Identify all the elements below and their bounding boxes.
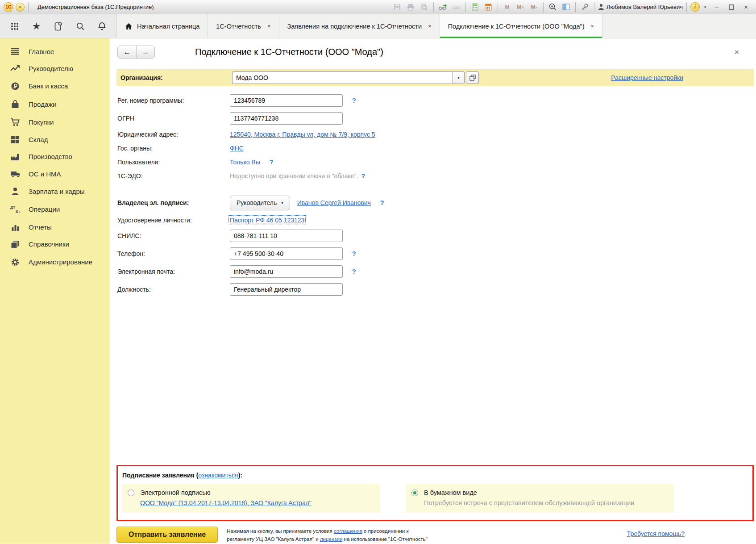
window-titlebar: 1С ▾ Демонстрационная база (1С:Предприят…	[0, 0, 756, 14]
tab-home[interactable]: Начальная страница	[117, 14, 208, 38]
sidebar-item-administration[interactable]: Администрирование	[0, 253, 109, 271]
tab-close-icon[interactable]: ×	[428, 23, 432, 29]
sidebar-item-fixed-assets[interactable]: ОС и НМА	[0, 165, 109, 182]
owner-name-link[interactable]: Иванов Сергей Иванович	[297, 199, 371, 206]
option-paper-form[interactable]: В бумажном виде Потребуется встреча с пр…	[406, 484, 674, 513]
memory-add-button[interactable]: M+	[515, 2, 526, 12]
tab-close-icon[interactable]: ×	[267, 23, 271, 29]
forward-button[interactable]: →	[136, 46, 154, 58]
sidebar-item-label: Банк и касса	[29, 82, 68, 90]
field-label: Телефон:	[117, 250, 230, 257]
certificate-link[interactable]: ООО "Мода" (13.04.2017-13.04.2018), ЗАО …	[140, 499, 312, 506]
sidebar-item-directories[interactable]: Справочники	[0, 235, 109, 253]
radio-paper-form[interactable]	[411, 490, 418, 496]
radio-electronic-signature[interactable]	[128, 490, 134, 496]
field-row-email: Электронная почта: ?	[117, 263, 756, 280]
tab-label: Заявления на подключение к 1С-Отчетности	[287, 23, 422, 30]
tab-1c-reporting[interactable]: 1С-Отчетность ×	[208, 14, 279, 38]
organization-open-button[interactable]	[466, 71, 479, 84]
help-link[interactable]: ?	[352, 97, 356, 104]
history-button[interactable]	[47, 14, 69, 38]
tab-label: Подключение к 1С-Отчетности (ООО "Мода")	[448, 23, 585, 30]
calculator-button[interactable]	[469, 2, 481, 12]
favorites-button[interactable]: ★	[25, 14, 47, 38]
printer-icon	[407, 3, 415, 11]
memory-store-button[interactable]: M	[502, 2, 513, 12]
page-title: Подключение к 1С-Отчетности (ООО "Мода")	[195, 47, 383, 57]
advanced-settings-link[interactable]: Расширенные настройки	[611, 74, 683, 81]
truck-icon	[10, 170, 21, 178]
gov-bodies-link[interactable]: ФНС	[230, 145, 244, 152]
legal-address-link[interactable]: 125040, Москва г, Правды ул, дом № 7/9, …	[230, 131, 375, 138]
owner-role-dropdown[interactable]: Руководитель ▾	[230, 196, 290, 210]
signing-options: Электронной подписью ООО "Мода" (13.04.2…	[122, 484, 747, 513]
close-window-button[interactable]: ×	[740, 2, 752, 12]
get-link-button[interactable]	[437, 2, 449, 12]
sidebar-item-label: Операции	[29, 205, 60, 213]
license-link[interactable]: лицензии	[320, 536, 342, 542]
field-row-gov-bodies: Гос. органы: ФНС	[117, 141, 756, 155]
notifications-button[interactable]	[91, 14, 113, 38]
help-link[interactable]: ?	[380, 199, 384, 206]
identity-document-link[interactable]: Паспорт РФ 46 05 123123	[230, 217, 304, 224]
split-window-button[interactable]	[561, 2, 572, 12]
settings-button[interactable]	[579, 2, 590, 12]
current-user[interactable]: Любимов Валерий Юрьевич	[598, 4, 683, 10]
help-link[interactable]: ?	[352, 250, 356, 257]
help-link[interactable]: ?	[270, 159, 274, 166]
sidebar-item-label: Продажи	[29, 100, 57, 108]
print-preview-button[interactable]	[419, 2, 430, 12]
option-electronic-signature[interactable]: Электронной подписью ООО "Мода" (13.04.2…	[122, 484, 380, 513]
help-link[interactable]: ?	[352, 268, 356, 275]
field-label: Гос. органы:	[117, 145, 230, 152]
caret-down-icon: ▾	[281, 201, 283, 205]
calendar-button[interactable]: 31	[483, 2, 494, 12]
info-menu-button[interactable]: ▾	[702, 2, 708, 12]
go-to-link-button[interactable]	[451, 2, 462, 12]
sidebar-item-bank[interactable]: Банк и касса	[0, 77, 109, 95]
open-form-icon	[469, 75, 476, 81]
tab-applications[interactable]: Заявления на подключение к 1С-Отчетности…	[279, 14, 440, 38]
review-link[interactable]: ознакомиться	[198, 472, 238, 479]
users-link[interactable]: Только Вы	[230, 159, 260, 166]
memory-m-label: M	[505, 4, 509, 10]
position-input[interactable]	[230, 283, 343, 296]
snils-input[interactable]	[230, 230, 343, 242]
maximize-button[interactable]	[725, 2, 738, 12]
memory-subtract-button[interactable]: M-	[528, 2, 540, 12]
sidebar-item-reports[interactable]: Отчеты	[0, 218, 109, 235]
back-button[interactable]: ←	[118, 46, 136, 58]
sidebar-item-operations[interactable]: ДтКт Операции	[0, 200, 109, 218]
sidebar-item-production[interactable]: Производство	[0, 148, 109, 165]
ogrn-input[interactable]	[230, 112, 343, 125]
sidebar-item-salary-hr[interactable]: Зарплата и кадры	[0, 182, 109, 200]
main-menu-button[interactable]: ▾	[16, 3, 25, 12]
help-link[interactable]: ?	[361, 172, 366, 180]
service-menu-button[interactable]	[4, 14, 25, 38]
save-button[interactable]	[392, 2, 403, 12]
field-row-snils: СНИЛС:	[117, 227, 756, 245]
sidebar-item-main[interactable]: Главное	[0, 43, 109, 60]
info-button[interactable]: i	[690, 2, 700, 12]
organization-input[interactable]	[232, 71, 453, 84]
sidebar-item-warehouse[interactable]: Склад	[0, 131, 109, 148]
form-close-button[interactable]: ×	[734, 47, 739, 57]
agreement-link[interactable]: соглашения	[334, 528, 362, 534]
email-input[interactable]	[230, 265, 343, 278]
send-application-button[interactable]: Отправить заявление	[116, 527, 218, 543]
tab-connection-moda[interactable]: Подключение к 1С-Отчетности (ООО "Мода")…	[440, 14, 602, 38]
sidebar-item-label: Склад	[29, 136, 48, 143]
tab-close-icon[interactable]: ×	[590, 23, 594, 29]
separator	[433, 2, 434, 12]
sidebar-item-purchases[interactable]: Покупки	[0, 113, 109, 131]
organization-dropdown-button[interactable]: ▾	[453, 71, 465, 84]
zoom-button[interactable]	[547, 2, 558, 12]
phone-input[interactable]	[230, 247, 343, 260]
sidebar-item-sales[interactable]: Продажи	[0, 95, 109, 113]
reg-number-input[interactable]	[230, 94, 343, 107]
minimize-button[interactable]: –	[710, 2, 723, 12]
sidebar-item-manager[interactable]: Руководителю	[0, 60, 109, 77]
need-help-link[interactable]: Требуется помощь?	[627, 527, 685, 537]
print-button[interactable]	[405, 2, 416, 12]
search-button[interactable]	[69, 14, 91, 38]
